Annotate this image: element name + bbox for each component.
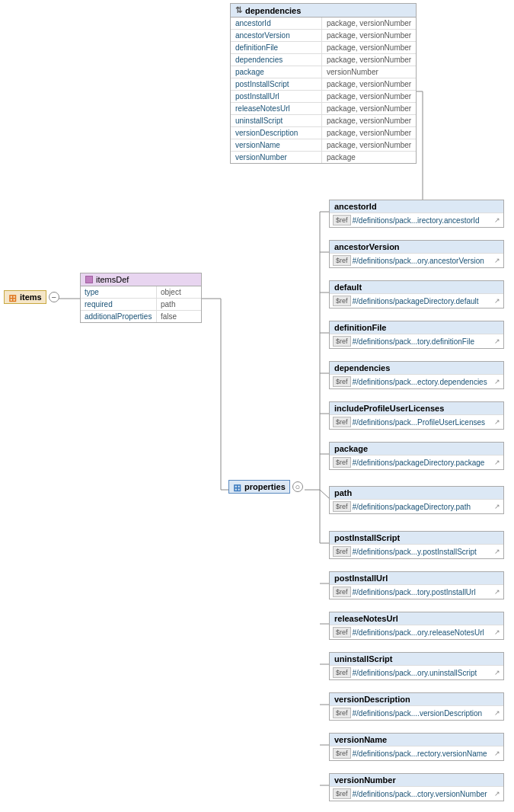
ref-value: #/definitions/pack...irectory.ancestorId	[353, 216, 480, 225]
properties-text: properties	[244, 482, 286, 491]
ref-value: #/definitions/pack...tory.postInstallUrl	[353, 588, 476, 596]
ref-value: #/definitions/pack...rectory.versionName	[353, 750, 487, 758]
dep-table-row: releaseNotesUrlpackage, versionNumber	[231, 103, 416, 115]
ref-badge: $ref	[333, 417, 351, 427]
ref-badge: $ref	[333, 457, 351, 468]
external-link-icon[interactable]: ↗	[494, 297, 500, 305]
ref-card-includeProfileUserLicenses[interactable]: includeProfileUserLicenses $ref #/defini…	[329, 401, 504, 430]
properties-grid-icon	[233, 482, 242, 491]
items-def-cell-key: additionalProperties	[81, 311, 157, 322]
external-link-icon[interactable]: ↗	[494, 790, 500, 798]
ref-card-package[interactable]: package $ref #/definitions/packageDirect…	[329, 442, 504, 470]
ref-card-versionNumber[interactable]: versionNumber $ref #/definitions/pack...…	[329, 773, 504, 801]
ref-badge: $ref	[333, 667, 351, 678]
ref-card-body: $ref #/definitions/pack...ctory.versionN…	[330, 787, 503, 801]
external-link-icon[interactable]: ↗	[494, 418, 500, 426]
external-link-icon[interactable]: ↗	[494, 548, 500, 555]
ref-value: #/definitions/pack...ctory.versionNumber	[353, 790, 487, 798]
external-link-icon[interactable]: ↗	[494, 337, 500, 345]
dep-cell-type: package, versionNumber	[322, 115, 416, 126]
ref-badge: $ref	[333, 708, 351, 718]
dep-cell-name: definitionFile	[231, 42, 322, 53]
ref-card-header: path	[330, 487, 503, 500]
external-link-icon[interactable]: ↗	[494, 503, 500, 510]
ref-card-uninstallScript[interactable]: uninstallScript $ref #/definitions/pack.…	[329, 652, 504, 680]
dep-cell-type: package, versionNumber	[322, 30, 416, 41]
external-link-icon[interactable]: ↗	[494, 378, 500, 385]
external-link-icon[interactable]: ↗	[494, 628, 500, 636]
properties-node[interactable]: properties ○	[228, 480, 303, 494]
ref-card-postInstallUrl[interactable]: postInstallUrl $ref #/definitions/pack..…	[329, 571, 504, 599]
items-circle-minus[interactable]: −	[49, 292, 59, 302]
dependencies-table: ⇅ dependencies ancestorIdpackage, versio…	[230, 3, 417, 164]
ref-card-versionName[interactable]: versionName $ref #/definitions/pack...re…	[329, 733, 504, 761]
external-link-icon[interactable]: ↗	[494, 709, 500, 717]
ref-card-header: releaseNotesUrl	[330, 612, 503, 625]
ref-card-ancestorId[interactable]: ancestorId $ref #/definitions/pack...ire…	[329, 200, 504, 228]
ref-value: #/definitions/pack...y.postInstallScript	[353, 548, 477, 556]
ref-card-postInstallScript[interactable]: postInstallScript $ref #/definitions/pac…	[329, 531, 504, 559]
ref-value: #/definitions/pack...ectory.dependencies	[353, 378, 487, 386]
ref-value: #/definitions/packageDirectory.package	[353, 459, 485, 467]
items-def-cell-key: type	[81, 286, 157, 298]
items-def-box: itemsDef typeobjectrequiredpathadditiona…	[80, 273, 202, 323]
dep-table-row: packageversionNumber	[231, 66, 416, 78]
dep-cell-name: versionName	[231, 139, 322, 151]
dep-cell-name: postInstallScript	[231, 78, 322, 90]
dep-table-row: ancestorIdpackage, versionNumber	[231, 18, 416, 30]
dep-table-row: uninstallScriptpackage, versionNumber	[231, 115, 416, 127]
ref-badge: $ref	[333, 627, 351, 638]
ref-card-ancestorVersion[interactable]: ancestorVersion $ref #/definitions/pack.…	[329, 240, 504, 268]
dep-cell-type: package, versionNumber	[322, 91, 416, 102]
dep-cell-type: package, versionNumber	[322, 139, 416, 151]
dep-cell-type: package, versionNumber	[322, 18, 416, 29]
dep-table-row: definitionFilepackage, versionNumber	[231, 42, 416, 54]
dep-table-header: ⇅ dependencies	[231, 4, 416, 18]
purple-square-icon	[85, 276, 93, 283]
ref-card-header: ancestorVersion	[330, 241, 503, 254]
dep-cell-name: ancestorVersion	[231, 30, 322, 41]
properties-circle-minus[interactable]: ○	[292, 481, 303, 492]
ref-card-body: $ref #/definitions/pack...ProfileUserLic…	[330, 415, 503, 429]
ref-card-dependencies[interactable]: dependencies $ref #/definitions/pack...e…	[329, 361, 504, 389]
diagram-container: ⇅ dependencies ancestorIdpackage, versio…	[0, 0, 514, 812]
ref-card-body: $ref #/definitions/pack....versionDescri…	[330, 706, 503, 720]
items-def-row: requiredpath	[81, 299, 201, 311]
dep-cell-type: package, versionNumber	[322, 78, 416, 90]
external-link-icon[interactable]: ↗	[494, 459, 500, 466]
items-def-cell-val: path	[157, 299, 195, 310]
svg-line-13	[320, 490, 329, 498]
ref-value: #/definitions/packageDirectory.default	[353, 297, 479, 305]
ref-badge: $ref	[333, 376, 351, 387]
dep-cell-type: package	[322, 152, 406, 163]
ref-value: #/definitions/pack...ProfileUserLicenses	[353, 418, 486, 427]
dep-table-row: dependenciespackage, versionNumber	[231, 54, 416, 66]
external-link-icon[interactable]: ↗	[494, 669, 500, 676]
items-label: items	[4, 290, 46, 304]
ref-card-header: postInstallUrl	[330, 572, 503, 585]
ref-card-default[interactable]: default $ref #/definitions/packageDirect…	[329, 280, 504, 308]
ref-card-definitionFile[interactable]: definitionFile $ref #/definitions/pack..…	[329, 321, 504, 349]
ref-card-header: includeProfileUserLicenses	[330, 402, 503, 415]
ref-card-body: $ref #/definitions/pack...ory.uninstallS…	[330, 666, 503, 679]
ref-card-path[interactable]: path $ref #/definitions/packageDirectory…	[329, 486, 504, 514]
items-def-title: itemsDef	[96, 275, 129, 284]
ref-card-body: $ref #/definitions/pack...irectory.ances…	[330, 213, 503, 227]
dep-cell-name: uninstallScript	[231, 115, 322, 126]
external-link-icon[interactable]: ↗	[494, 257, 500, 264]
dep-table-row: versionNamepackage, versionNumber	[231, 139, 416, 152]
ref-card-body: $ref #/definitions/pack...ectory.depende…	[330, 375, 503, 388]
ref-badge: $ref	[333, 587, 351, 597]
dep-table-title: dependencies	[245, 6, 301, 15]
dep-table-row: versionDescriptionpackage, versionNumber	[231, 127, 416, 139]
items-node[interactable]: items −	[4, 290, 59, 304]
external-link-icon[interactable]: ↗	[494, 588, 500, 596]
external-link-icon[interactable]: ↗	[494, 750, 500, 757]
external-link-icon[interactable]: ↗	[494, 216, 500, 224]
ref-value: #/definitions/pack...ory.uninstallScript	[353, 669, 477, 677]
properties-label: properties	[228, 480, 290, 494]
ref-card-body: $ref #/definitions/packageDirectory.defa…	[330, 294, 503, 308]
ref-card-releaseNotesUrl[interactable]: releaseNotesUrl $ref #/definitions/pack.…	[329, 612, 504, 640]
dep-table-row: ancestorVersionpackage, versionNumber	[231, 30, 416, 42]
ref-card-versionDescription[interactable]: versionDescription $ref #/definitions/pa…	[329, 692, 504, 721]
